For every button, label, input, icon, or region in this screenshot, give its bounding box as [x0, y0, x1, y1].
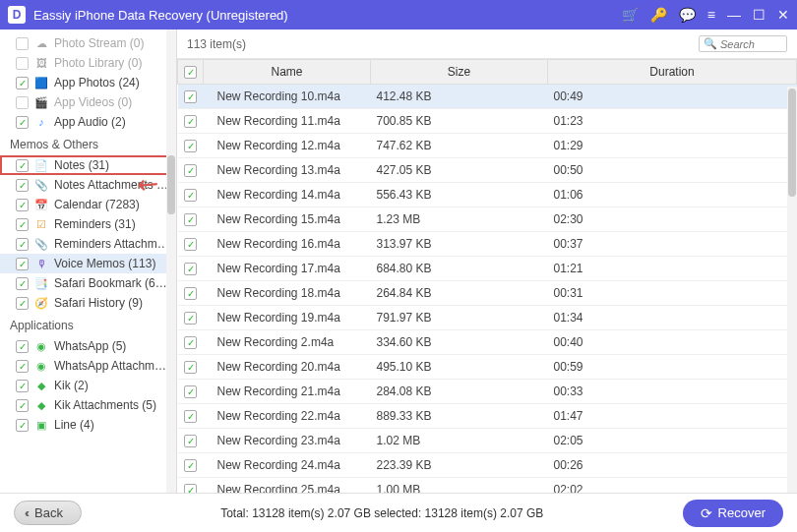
content-scrollbar[interactable] — [787, 87, 797, 493]
table-row[interactable]: New Recording 19.m4a791.97 KB01:34 — [178, 306, 797, 330]
row-checkbox[interactable] — [184, 164, 197, 177]
search-input[interactable] — [720, 38, 781, 50]
item-checkbox[interactable] — [16, 277, 29, 290]
cell-checkbox[interactable] — [178, 380, 204, 404]
cell-checkbox[interactable] — [178, 109, 204, 134]
cell-checkbox[interactable] — [178, 429, 204, 453]
recover-button[interactable]: ⟳ Recover — [683, 500, 783, 527]
item-checkbox[interactable] — [16, 57, 29, 70]
cell-checkbox[interactable] — [178, 404, 204, 429]
cell-checkbox[interactable] — [178, 257, 204, 281]
sidebar-item[interactable]: 🖼Photo Library (0) — [0, 53, 176, 73]
sidebar-item[interactable]: 📎Notes Attachments (24) — [0, 175, 176, 195]
sidebar-item[interactable]: ◆Kik Attachments (5) — [0, 395, 176, 415]
item-checkbox[interactable] — [16, 116, 29, 129]
item-checkbox[interactable] — [16, 419, 29, 432]
table-row[interactable]: New Recording 21.m4a284.08 KB00:33 — [178, 380, 797, 404]
header-size[interactable]: Size — [371, 60, 548, 85]
cell-checkbox[interactable] — [178, 134, 204, 158]
table-row[interactable]: New Recording 18.m4a264.84 KB00:31 — [178, 281, 797, 306]
search-box[interactable]: 🔍 — [699, 35, 787, 52]
sidebar-item[interactable]: ◆Kik (2) — [0, 376, 176, 395]
row-checkbox[interactable] — [184, 435, 197, 447]
select-all-checkbox[interactable] — [184, 66, 197, 79]
item-checkbox[interactable] — [16, 179, 29, 192]
item-checkbox[interactable] — [16, 96, 29, 109]
chat-icon[interactable]: 💬 — [679, 7, 696, 23]
row-checkbox[interactable] — [184, 361, 197, 374]
cell-checkbox[interactable] — [178, 355, 204, 380]
sidebar-item[interactable]: 🎬App Videos (0) — [0, 92, 176, 112]
sidebar-item[interactable]: 📅Calendar (7283) — [0, 195, 176, 214]
cell-checkbox[interactable] — [178, 330, 204, 355]
item-checkbox[interactable] — [16, 258, 29, 270]
sidebar-item[interactable]: ♪App Audio (2) — [0, 112, 176, 132]
menu-icon[interactable]: ≡ — [707, 7, 715, 23]
table-row[interactable]: New Recording 10.m4a412.48 KB00:49 — [178, 85, 797, 109]
table-row[interactable]: New Recording 11.m4a700.85 KB01:23 — [178, 109, 797, 134]
table-row[interactable]: New Recording 15.m4a1.23 MB02:30 — [178, 207, 797, 232]
cell-checkbox[interactable] — [178, 183, 204, 207]
sidebar-item[interactable]: ◉WhatsApp (5) — [0, 336, 176, 356]
cart-icon[interactable]: 🛒 — [622, 7, 639, 23]
row-checkbox[interactable] — [184, 484, 197, 493]
item-checkbox[interactable] — [16, 238, 29, 251]
row-checkbox[interactable] — [184, 336, 197, 349]
item-checkbox[interactable] — [16, 340, 29, 353]
row-checkbox[interactable] — [184, 213, 197, 226]
item-checkbox[interactable] — [16, 380, 29, 392]
sidebar-item[interactable]: ▣Line (4) — [0, 415, 176, 435]
item-checkbox[interactable] — [16, 77, 29, 89]
sidebar-item[interactable]: 🧭Safari History (9) — [0, 293, 176, 313]
row-checkbox[interactable] — [184, 189, 197, 202]
table-row[interactable]: New Recording 25.m4a1.00 MB02:02 — [178, 478, 797, 494]
table-row[interactable]: New Recording 24.m4a223.39 KB00:26 — [178, 453, 797, 478]
table-row[interactable]: New Recording 12.m4a747.62 KB01:29 — [178, 134, 797, 158]
cell-checkbox[interactable] — [178, 158, 204, 183]
row-checkbox[interactable] — [184, 459, 197, 472]
row-checkbox[interactable] — [184, 287, 197, 300]
header-name[interactable]: Name — [204, 60, 371, 85]
cell-checkbox[interactable] — [178, 232, 204, 257]
row-checkbox[interactable] — [184, 90, 197, 103]
table-row[interactable]: New Recording 16.m4a313.97 KB00:37 — [178, 232, 797, 257]
maximize-icon[interactable]: ☐ — [753, 7, 766, 23]
minimize-icon[interactable]: — — [727, 7, 741, 23]
item-checkbox[interactable] — [16, 199, 29, 211]
table-row[interactable]: New Recording 17.m4a684.80 KB01:21 — [178, 257, 797, 281]
item-checkbox[interactable] — [16, 218, 29, 231]
sidebar-item[interactable]: ☑Reminders (31) — [0, 214, 176, 234]
table-row[interactable]: New Recording 2.m4a334.60 KB00:40 — [178, 330, 797, 355]
cell-checkbox[interactable] — [178, 478, 204, 494]
header-checkbox-col[interactable] — [178, 60, 204, 85]
sidebar-scrollbar[interactable] — [166, 30, 176, 493]
item-checkbox[interactable] — [16, 159, 29, 172]
header-duration[interactable]: Duration — [548, 60, 797, 85]
row-checkbox[interactable] — [184, 410, 197, 423]
table-row[interactable]: New Recording 22.m4a889.33 KB01:47 — [178, 404, 797, 429]
table-row[interactable]: New Recording 20.m4a495.10 KB00:59 — [178, 355, 797, 380]
table-row[interactable]: New Recording 14.m4a556.43 KB01:06 — [178, 183, 797, 207]
cell-checkbox[interactable] — [178, 281, 204, 306]
sidebar-item[interactable]: 📑Safari Bookmark (653) — [0, 273, 176, 293]
sidebar-item[interactable]: 📄Notes (31) — [0, 155, 176, 175]
item-checkbox[interactable] — [16, 360, 29, 373]
row-checkbox[interactable] — [184, 115, 197, 128]
cell-checkbox[interactable] — [178, 306, 204, 330]
sidebar-item[interactable]: ☁Photo Stream (0) — [0, 33, 176, 53]
cell-checkbox[interactable] — [178, 85, 204, 109]
table-row[interactable]: New Recording 23.m4a1.02 MB02:05 — [178, 429, 797, 453]
sidebar-item[interactable]: 📎Reminders Attachmen... — [0, 234, 176, 254]
cell-checkbox[interactable] — [178, 453, 204, 478]
row-checkbox[interactable] — [184, 385, 197, 398]
key-icon[interactable]: 🔑 — [650, 7, 667, 23]
row-checkbox[interactable] — [184, 140, 197, 152]
back-button[interactable]: ‹‹ Back — [14, 501, 82, 525]
table-row[interactable]: New Recording 13.m4a427.05 KB00:50 — [178, 158, 797, 183]
close-icon[interactable]: ✕ — [777, 7, 789, 23]
sidebar-item[interactable]: ◉WhatsApp Attachmen... — [0, 356, 176, 376]
cell-checkbox[interactable] — [178, 207, 204, 232]
item-checkbox[interactable] — [16, 37, 29, 50]
item-checkbox[interactable] — [16, 297, 29, 310]
sidebar-item[interactable]: 🟦App Photos (24) — [0, 73, 176, 92]
